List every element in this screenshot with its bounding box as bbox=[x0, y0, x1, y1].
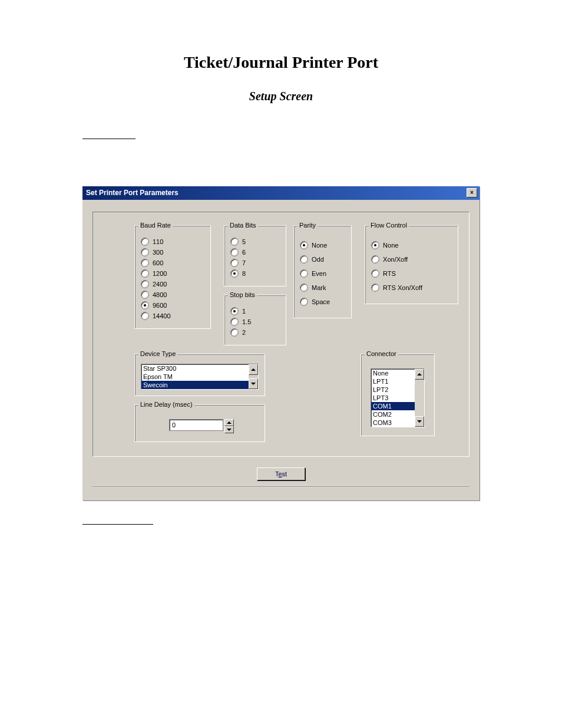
stop-bits-label: 1 bbox=[242, 308, 246, 315]
connector-item[interactable]: LPT1 bbox=[371, 377, 415, 386]
data-bits-legend: Data Bits bbox=[228, 222, 258, 229]
parity-option[interactable]: Even bbox=[300, 269, 345, 278]
parity-label: None bbox=[312, 242, 327, 249]
stop-bits-option[interactable]: 2 bbox=[230, 328, 280, 337]
parity-option[interactable]: None bbox=[300, 241, 345, 249]
baud-rate-option[interactable]: 14400 bbox=[141, 312, 204, 320]
chevron-down-icon bbox=[251, 383, 256, 385]
status-bar bbox=[92, 485, 470, 494]
radio-icon bbox=[230, 307, 239, 315]
radio-icon bbox=[141, 259, 149, 267]
radio-icon bbox=[230, 328, 239, 337]
group-data-bits: Data Bits 5678 bbox=[224, 225, 286, 286]
baud-rate-option[interactable]: 9600 bbox=[141, 301, 204, 309]
radio-icon bbox=[141, 312, 149, 320]
baud-rate-label: 110 bbox=[153, 238, 163, 245]
flow-control-option[interactable]: RTS bbox=[371, 269, 452, 278]
device-type-item[interactable]: Epson TM bbox=[141, 373, 249, 381]
connector-item[interactable]: LPT3 bbox=[371, 394, 415, 402]
group-stop-bits: Stop bits 11.52 bbox=[224, 295, 286, 345]
group-line-delay: Line Delay (msec) 0 bbox=[134, 404, 265, 442]
radio-icon bbox=[371, 241, 379, 249]
connector-list[interactable]: NoneLPT1LPT2LPT3COM1COM2COM3 bbox=[371, 368, 415, 427]
device-type-list[interactable]: Star SP300Epson TMSwecoin bbox=[141, 364, 249, 390]
line-delay-legend: Line Delay (msec) bbox=[138, 401, 194, 408]
data-bits-option[interactable]: 5 bbox=[230, 238, 280, 246]
parity-option[interactable]: Mark bbox=[300, 284, 345, 292]
radio-icon bbox=[141, 280, 149, 288]
flow-control-legend: Flow Control bbox=[369, 222, 409, 229]
baud-rate-option[interactable]: 110 bbox=[141, 238, 204, 246]
scroll-down-button[interactable] bbox=[249, 378, 258, 389]
test-button[interactable]: Test bbox=[257, 467, 305, 480]
stop-bits-option[interactable]: 1.5 bbox=[230, 318, 280, 326]
group-baud-rate: Baud Rate 110300600120024004800960014400 bbox=[134, 225, 211, 329]
baud-rate-label: 14400 bbox=[153, 312, 171, 319]
line-delay-input[interactable]: 0 bbox=[169, 419, 223, 431]
baud-rate-option[interactable]: 2400 bbox=[141, 280, 204, 288]
flow-control-option[interactable]: RTS Xon/Xoff bbox=[371, 284, 452, 292]
chevron-down-icon bbox=[227, 429, 232, 431]
chevron-up-icon bbox=[227, 421, 232, 424]
radio-icon bbox=[141, 248, 149, 256]
stop-bits-label: 1.5 bbox=[242, 318, 251, 325]
stop-bits-label: 2 bbox=[242, 329, 246, 336]
baud-rate-legend: Baud Rate bbox=[138, 222, 173, 229]
device-type-scrollbar[interactable] bbox=[249, 364, 259, 390]
parity-label: Odd bbox=[312, 256, 324, 263]
stop-bits-option[interactable]: 1 bbox=[230, 307, 280, 315]
data-bits-option[interactable]: 7 bbox=[230, 259, 280, 267]
dialog-window: Set Printer Port Parameters × Baud Rate … bbox=[82, 186, 480, 500]
scroll-down-button[interactable] bbox=[415, 416, 424, 427]
flow-control-label: None bbox=[383, 242, 398, 249]
radio-icon bbox=[230, 238, 239, 246]
radio-icon bbox=[371, 255, 379, 263]
baud-rate-label: 9600 bbox=[153, 302, 167, 309]
connector-item[interactable]: COM2 bbox=[371, 410, 415, 419]
parity-option[interactable]: Odd bbox=[300, 255, 345, 263]
window-title: Set Printer Port Parameters bbox=[86, 189, 178, 197]
spin-up-button[interactable] bbox=[224, 419, 234, 426]
radio-icon bbox=[371, 284, 379, 292]
parity-option[interactable]: Space bbox=[300, 298, 345, 306]
line-delay-spinner[interactable] bbox=[224, 419, 234, 433]
flow-control-option[interactable]: None bbox=[371, 241, 452, 249]
radio-icon bbox=[230, 248, 239, 256]
test-button-post: st bbox=[282, 470, 287, 477]
baud-rate-option[interactable]: 600 bbox=[141, 259, 204, 267]
device-type-item[interactable]: Star SP300 bbox=[141, 364, 249, 373]
scroll-track[interactable] bbox=[415, 380, 424, 416]
flow-control-label: Xon/Xoff bbox=[383, 256, 408, 263]
connector-item[interactable]: None bbox=[371, 369, 415, 377]
radio-icon bbox=[141, 301, 149, 309]
close-button[interactable]: × bbox=[467, 188, 477, 197]
data-bits-option[interactable]: 8 bbox=[230, 269, 280, 278]
data-bits-option[interactable]: 6 bbox=[230, 248, 280, 256]
baud-rate-option[interactable]: 1200 bbox=[141, 269, 204, 278]
scroll-up-button[interactable] bbox=[249, 364, 258, 375]
radio-icon bbox=[300, 241, 308, 249]
group-device-type: Device Type Star SP300Epson TMSwecoin bbox=[134, 354, 265, 396]
connector-item[interactable]: COM1 bbox=[371, 402, 415, 410]
titlebar: Set Printer Port Parameters × bbox=[82, 186, 480, 200]
connector-item[interactable]: COM3 bbox=[371, 419, 415, 427]
device-type-item[interactable]: Swecoin bbox=[141, 381, 249, 389]
baud-rate-option[interactable]: 4800 bbox=[141, 291, 204, 299]
connector-item[interactable]: LPT2 bbox=[371, 386, 415, 394]
flow-control-option[interactable]: Xon/Xoff bbox=[371, 255, 452, 263]
radio-icon bbox=[300, 284, 308, 292]
baud-rate-label: 4800 bbox=[153, 291, 167, 298]
page-title: Ticket/Journal Printer Port bbox=[35, 53, 527, 72]
spin-down-button[interactable] bbox=[224, 426, 234, 433]
data-bits-label: 7 bbox=[242, 259, 246, 266]
data-bits-label: 5 bbox=[242, 238, 246, 245]
data-bits-label: 8 bbox=[242, 270, 246, 277]
chevron-down-icon bbox=[417, 420, 422, 423]
scroll-up-button[interactable] bbox=[415, 369, 424, 380]
connector-scrollbar[interactable] bbox=[415, 368, 425, 427]
divider bbox=[82, 139, 135, 139]
baud-rate-option[interactable]: 300 bbox=[141, 248, 204, 256]
connector-legend: Connector bbox=[365, 350, 398, 357]
data-bits-label: 6 bbox=[242, 249, 246, 256]
close-icon: × bbox=[470, 190, 474, 196]
